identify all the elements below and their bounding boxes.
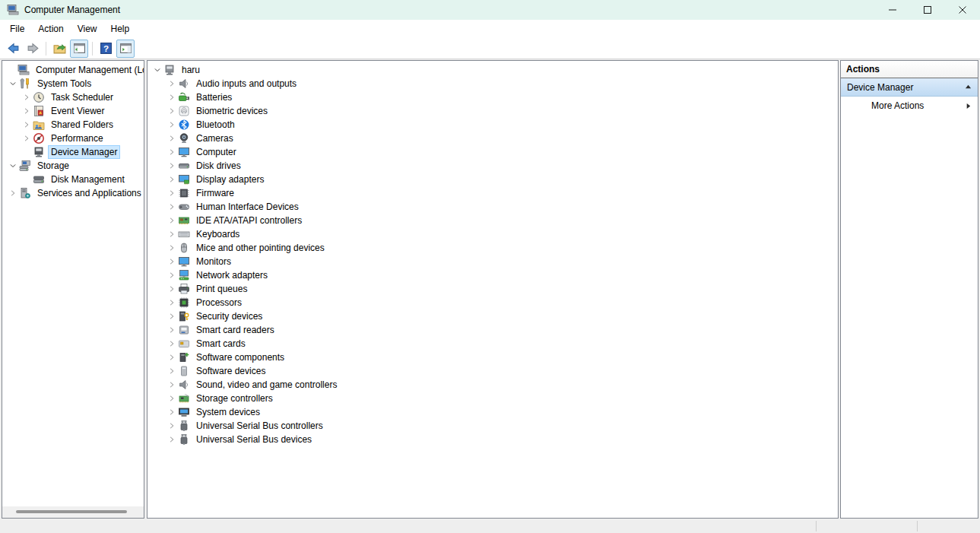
chevron-right-icon[interactable]: [166, 297, 178, 309]
tree-item-label[interactable]: Universal Serial Bus controllers: [193, 419, 326, 433]
chevron-right-icon[interactable]: [21, 119, 33, 131]
close-button[interactable]: [945, 0, 980, 20]
chevron-right-icon[interactable]: [166, 392, 178, 405]
tree-item[interactable]: Bluetooth: [147, 118, 838, 132]
tree-item-label[interactable]: Storage: [34, 159, 72, 173]
tree-item-label[interactable]: Performance: [48, 132, 106, 145]
tree-item[interactable]: Universal Serial Bus controllers: [147, 419, 838, 433]
menu-view[interactable]: View: [71, 21, 104, 37]
tree-item[interactable]: System devices: [147, 405, 838, 419]
tree-item[interactable]: Audio inputs and outputs: [147, 77, 838, 90]
tree-item-label[interactable]: haru: [179, 63, 203, 77]
tree-item-label[interactable]: Mice and other pointing devices: [193, 241, 328, 255]
minimize-button[interactable]: [875, 0, 910, 20]
chevron-right-icon[interactable]: [166, 365, 178, 377]
tree-item-label[interactable]: Task Scheduler: [48, 90, 116, 104]
tree-item[interactable]: Sound, video and game controllers: [147, 378, 838, 392]
help-button[interactable]: [97, 40, 115, 58]
tree-item-label[interactable]: Biometric devices: [193, 104, 271, 118]
tree-item[interactable]: Smart card readers: [147, 323, 838, 337]
chevron-right-icon[interactable]: [166, 242, 178, 254]
tree-item[interactable]: Device Manager: [2, 145, 144, 159]
forward-button[interactable]: [24, 40, 42, 58]
tree-item[interactable]: Batteries: [147, 90, 838, 104]
tree-item-label[interactable]: Smart cards: [193, 337, 249, 351]
chevron-right-icon[interactable]: [166, 105, 178, 117]
tree-item[interactable]: Universal Serial Bus devices: [147, 433, 838, 446]
tree-item[interactable]: Shared Folders: [2, 118, 144, 132]
maximize-button[interactable]: [910, 0, 945, 20]
menu-file[interactable]: File: [3, 21, 31, 37]
tree-item[interactable]: Monitors: [147, 255, 838, 268]
chevron-right-icon[interactable]: [166, 119, 178, 131]
tree-item[interactable]: Firmware: [147, 186, 838, 200]
tree-item[interactable]: Software components: [147, 351, 838, 364]
more-actions-item[interactable]: More Actions: [841, 97, 978, 115]
chevron-right-icon[interactable]: [166, 214, 178, 227]
tree-item[interactable]: Performance: [2, 132, 144, 145]
tree-item-label[interactable]: Print queues: [193, 282, 250, 296]
tree-item-label[interactable]: Event Viewer: [48, 104, 107, 118]
tree-item-label[interactable]: Disk Management: [48, 173, 128, 186]
chevron-right-icon[interactable]: [166, 78, 178, 90]
tree-item[interactable]: IDE ATA/ATAPI controllers: [147, 214, 838, 227]
tree-item-label[interactable]: Network adapters: [193, 268, 271, 282]
chevron-down-icon[interactable]: [151, 64, 163, 76]
chevron-right-icon[interactable]: [166, 269, 178, 281]
chevron-right-icon[interactable]: [21, 91, 33, 103]
tree-item-label[interactable]: Software devices: [193, 364, 268, 378]
menu-action[interactable]: Action: [31, 21, 70, 37]
tree-item-label[interactable]: System devices: [193, 405, 263, 419]
chevron-right-icon[interactable]: [166, 187, 178, 199]
chevron-right-icon[interactable]: [166, 310, 178, 322]
tree-item-label[interactable]: Batteries: [193, 90, 235, 104]
tree-item-label[interactable]: Sound, video and game controllers: [193, 378, 340, 392]
actions-group-device-manager[interactable]: Device Manager: [841, 78, 978, 97]
tree-item-label[interactable]: Audio inputs and outputs: [193, 77, 300, 90]
tree-item-label[interactable]: System Tools: [34, 77, 94, 90]
tree-item-label[interactable]: Disk drives: [193, 159, 244, 173]
tree-item-label[interactable]: Cameras: [193, 132, 236, 145]
chevron-right-icon[interactable]: [166, 433, 178, 446]
tree-item-label[interactable]: Universal Serial Bus devices: [193, 433, 315, 446]
tree-item-label[interactable]: Smart card readers: [193, 323, 278, 337]
chevron-right-icon[interactable]: [166, 420, 178, 432]
tree-item-label[interactable]: Security devices: [193, 309, 265, 323]
tree-item-label[interactable]: Software components: [193, 351, 287, 364]
horizontal-scrollbar[interactable]: [2, 506, 144, 518]
chevron-right-icon[interactable]: [166, 91, 178, 103]
tree-item-label[interactable]: Keyboards: [193, 227, 243, 241]
tree-item-label[interactable]: Monitors: [193, 255, 234, 268]
chevron-right-icon[interactable]: [166, 324, 178, 336]
tree-item[interactable]: Security devices: [147, 309, 838, 323]
tree-item[interactable]: Storage: [2, 159, 144, 173]
tree-item[interactable]: System Tools: [2, 77, 144, 90]
tree-item[interactable]: Network adapters: [147, 268, 838, 282]
tree-item[interactable]: Keyboards: [147, 227, 838, 241]
chevron-right-icon[interactable]: [7, 187, 19, 199]
chevron-right-icon[interactable]: [21, 105, 33, 117]
tree-item-label[interactable]: IDE ATA/ATAPI controllers: [193, 214, 305, 227]
chevron-right-icon[interactable]: [166, 255, 178, 268]
tree-item-label[interactable]: Computer Management (Local): [33, 63, 144, 77]
tree-item-label[interactable]: Storage controllers: [193, 392, 276, 405]
tree-item-label[interactable]: Services and Applications: [34, 186, 144, 200]
chevron-right-icon[interactable]: [166, 201, 178, 213]
tree-item[interactable]: Display adapters: [147, 173, 838, 186]
export-list-button[interactable]: [50, 40, 68, 58]
tree-item[interactable]: Processors: [147, 296, 838, 309]
chevron-right-icon[interactable]: [166, 379, 178, 391]
tree-item[interactable]: Disk Management: [2, 173, 144, 186]
tree-item-label[interactable]: Firmware: [193, 186, 237, 200]
chevron-right-icon[interactable]: [166, 338, 178, 350]
chevron-down-icon[interactable]: [7, 160, 19, 172]
scrollbar-thumb[interactable]: [16, 510, 127, 513]
menu-help[interactable]: Help: [104, 21, 137, 37]
chevron-right-icon[interactable]: [166, 160, 178, 172]
collapse-group-icon[interactable]: [965, 84, 972, 90]
tree-item[interactable]: Services and Applications: [2, 186, 144, 200]
tree-item[interactable]: Task Scheduler: [2, 90, 144, 104]
chevron-right-icon[interactable]: [166, 146, 178, 158]
chevron-right-icon[interactable]: [166, 132, 178, 144]
tree-item[interactable]: haru: [147, 63, 838, 77]
